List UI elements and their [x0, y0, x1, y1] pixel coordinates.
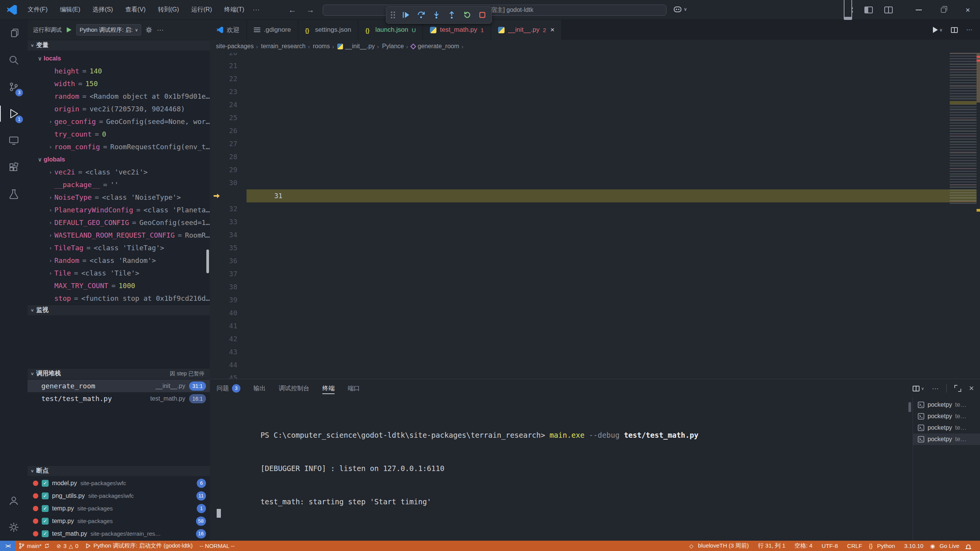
- problems-item[interactable]: ⊘ 3 △ 0: [53, 543, 82, 549]
- debug-step-out-button[interactable]: [447, 10, 456, 20]
- split-terminal-button[interactable]: ∨: [913, 386, 924, 391]
- variable-row[interactable]: › Random = <class 'Random'>: [28, 254, 210, 267]
- window-close-button[interactable]: ×: [956, 0, 980, 20]
- window-restore-button[interactable]: [931, 0, 956, 20]
- debug-restart-button[interactable]: [462, 10, 472, 20]
- code-line[interactable]: 38 step("生成TerrainCell"): [210, 280, 980, 293]
- variable-row[interactable]: ∨ locals: [28, 52, 210, 65]
- panel-tab[interactable]: 问题 3: [217, 379, 240, 398]
- overview-ruler[interactable]: [977, 53, 980, 379]
- gutter[interactable]: 35: [210, 241, 247, 254]
- activity-search-icon[interactable]: [0, 47, 28, 73]
- breakpoint-row[interactable]: ✓ temp.py site-packages 1: [28, 502, 210, 515]
- activity-extensions-icon[interactable]: [0, 154, 28, 181]
- settings-gear-icon[interactable]: [0, 514, 28, 541]
- code-line[interactable]: 35 geo_config.primary_forces.geothermal_…: [210, 241, 980, 254]
- breakpoint-checkbox[interactable]: ✓: [42, 530, 49, 537]
- breakpoint-checkbox[interactable]: ✓: [42, 518, 49, 525]
- breakpoint-checkbox[interactable]: ✓: [42, 480, 49, 487]
- gutter[interactable]: 27: [210, 137, 247, 150]
- status-item[interactable]: ◇ blueloveTH (3 周前): [686, 542, 752, 549]
- variables-section-header[interactable]: ∨ 变量: [28, 40, 210, 51]
- gutter[interactable]: 24: [210, 98, 247, 111]
- code-editor[interactable]: 20 21 def generate_room(room_config: Roo…: [210, 53, 980, 379]
- close-panel-icon[interactable]: ×: [969, 383, 974, 393]
- remote-indicator[interactable]: ><: [0, 541, 15, 551]
- panel-tab[interactable]: 终端: [322, 379, 335, 398]
- status-item[interactable]: 3.10.10: [898, 543, 927, 549]
- code-line[interactable]: 36 geo_area = request_area(origin, width…: [210, 254, 980, 267]
- code-line[interactable]: 33: [210, 215, 980, 228]
- debug-continue-button[interactable]: [401, 10, 410, 20]
- variable-row[interactable]: origin = vec2i(7205730, 9024468): [28, 103, 210, 115]
- callstack-section-header[interactable]: ∨ 调用堆栈 因 step 已暂停: [28, 368, 210, 379]
- gutter[interactable]: 38: [210, 280, 247, 293]
- terminal-list-item[interactable]: pocketpy te…: [913, 422, 980, 434]
- activity-source-control-icon[interactable]: 3: [0, 73, 28, 100]
- debug-step-over-button[interactable]: [416, 10, 426, 20]
- copilot-button[interactable]: ∨: [673, 5, 687, 13]
- activity-testing-icon[interactable]: [0, 181, 28, 207]
- callstack-frame[interactable]: test/test_math.py test_math.py 16:1: [28, 392, 210, 405]
- terminal-scrollbar[interactable]: [908, 402, 911, 412]
- menu-overflow-icon[interactable]: ···: [249, 5, 264, 15]
- gutter[interactable]: 23: [210, 85, 247, 98]
- menu-item[interactable]: 查看(V): [121, 4, 150, 15]
- breakpoint-row[interactable]: ✓ temp.py site-packages 58: [28, 515, 210, 527]
- code-line[interactable]: 39 terrain_area = geo_area_to_terrain(ge…: [210, 293, 980, 306]
- editor-scrollbar-thumb[interactable]: [977, 53, 980, 103]
- run-python-file-button[interactable]: ∨: [933, 27, 942, 33]
- code-line[interactable]: 20: [210, 53, 980, 59]
- breadcrumb-item[interactable]: __init__.py ›: [337, 43, 379, 50]
- editor-more-actions-icon[interactable]: ···: [966, 26, 972, 33]
- code-line[interactable]: 37 # ====生成TerrainCell====: [210, 267, 980, 280]
- variable-row[interactable]: › vec2i = <class 'vec2i'>: [28, 166, 210, 178]
- status-item[interactable]: CRLF: [841, 543, 866, 549]
- breakpoints-section-header[interactable]: ∨ 断点: [28, 465, 210, 476]
- code-line[interactable]: 41 # ====检查连通性====: [210, 320, 980, 333]
- maximize-panel-icon[interactable]: [954, 385, 961, 392]
- window-minimize-button[interactable]: [906, 0, 931, 20]
- gutter[interactable]: 34: [210, 228, 247, 241]
- gutter[interactable]: 31: [210, 189, 292, 202]
- code-line[interactable]: 44 step("检查连通性"): [210, 359, 980, 372]
- code-line[interactable]: 34 geo_config.seed = room_config.seed: [210, 228, 980, 241]
- breakpoint-row[interactable]: ✓ png_utils.py site-packages\wfc 11: [28, 489, 210, 502]
- gutter[interactable]: 41: [210, 320, 247, 333]
- gutter[interactable]: 22: [210, 72, 247, 85]
- code-line[interactable]: 22 try_count = 0: [210, 72, 980, 85]
- callstack-frame[interactable]: generate_room __init__.py 31:1: [28, 380, 210, 392]
- gutter[interactable]: 26: [210, 124, 247, 137]
- menu-item[interactable]: 选择(S): [88, 4, 118, 15]
- split-editor-icon[interactable]: [951, 27, 958, 33]
- debug-session-item[interactable]: Python 调试程序: 启动文件 (godot-ldtk): [82, 542, 196, 549]
- code-line[interactable]: 28 # ====生成初始地理信息====: [210, 150, 980, 163]
- menu-item[interactable]: 转到(G): [153, 4, 183, 15]
- code-line[interactable]: 43 # 生成出口组合: [210, 346, 980, 359]
- code-line[interactable]: 25 origin = vec2i(random.randint(0, 1000…: [210, 111, 980, 124]
- editor-tab[interactable]: settings.json: [298, 20, 359, 40]
- debug-stop-button[interactable]: [478, 10, 487, 20]
- code-line[interactable]: 40: [210, 306, 980, 320]
- variable-row[interactable]: › TileTag = <class 'TileTag'>: [28, 241, 210, 254]
- variable-row[interactable]: › DEFAULT_GEO_CONFIG = GeoConfig(seed=1…: [28, 216, 210, 229]
- terminal-list-item[interactable]: pocketpy te…: [913, 434, 980, 445]
- variable-row[interactable]: › room_config = RoomRequestConfig(env_t…: [28, 140, 210, 153]
- variable-row[interactable]: › WASTELAND_ROOM_REQUEST_CONFIG = RoomR…: [28, 229, 210, 241]
- variable-row[interactable]: › PlanetaryWindConfig = <class 'Planeta…: [28, 204, 210, 216]
- editor-tab[interactable]: .gdignore: [247, 20, 298, 40]
- code-line[interactable]: 27: [210, 137, 980, 150]
- terminal-list-item[interactable]: pocketpy te…: [913, 411, 980, 422]
- gutter[interactable]: 39: [210, 293, 247, 306]
- more-actions-icon[interactable]: ···: [157, 26, 163, 34]
- gutter[interactable]: 40: [210, 306, 247, 320]
- debug-settings-gear-icon[interactable]: [145, 26, 153, 34]
- breadcrumb-item[interactable]: site-packages ›: [216, 43, 258, 50]
- variable-row[interactable]: › NoiseType = <class 'NoiseType'>: [28, 191, 210, 204]
- watch-section-header[interactable]: ∨ 监视: [28, 305, 210, 315]
- gutter[interactable]: 45: [210, 372, 247, 379]
- code-line[interactable]: 30 geo_config = WASTELAND_GEO_CONFIGgeo_…: [210, 176, 980, 189]
- toggle-secondary-sidebar-icon[interactable]: [884, 7, 893, 13]
- code-line[interactable]: 21 def generate_room(room_config: RoomRe…: [210, 59, 980, 72]
- code-line[interactable]: 42 # 计算每一个出口的中心，然后使用astar生成路径，确保每一个出口组合都…: [210, 333, 980, 346]
